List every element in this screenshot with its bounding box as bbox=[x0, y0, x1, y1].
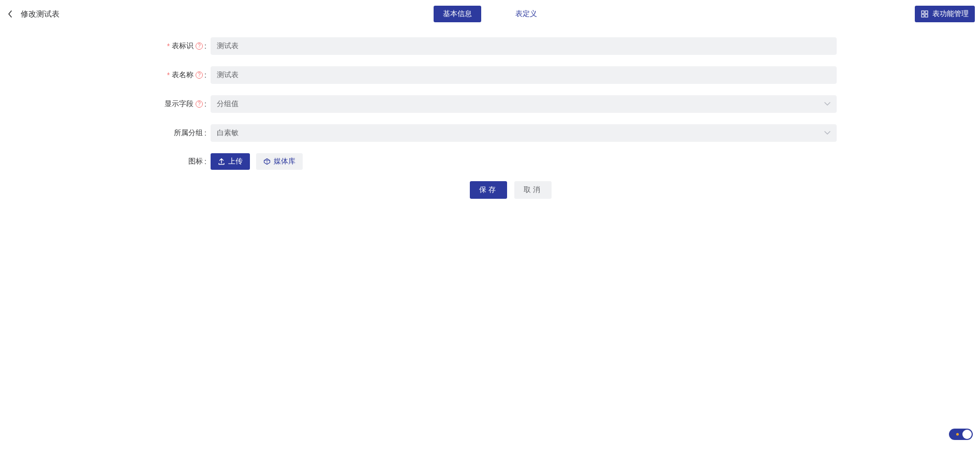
header-left: 修改测试表 bbox=[5, 9, 60, 19]
help-icon[interactable]: ? bbox=[196, 42, 203, 50]
floating-toggle[interactable] bbox=[949, 429, 973, 440]
label-icon: 图标 : bbox=[143, 157, 211, 166]
toggle-indicator-dot bbox=[956, 433, 959, 436]
header-tabs: 基本信息 表定义 bbox=[434, 6, 546, 22]
table-function-mgmt-button[interactable]: 表功能管理 bbox=[915, 6, 975, 22]
select-group-value: 白素敏 bbox=[217, 128, 239, 138]
media-library-button[interactable]: 媒体库 bbox=[256, 153, 303, 170]
row-table-name: * 表名称 ? : bbox=[143, 66, 837, 84]
svg-rect-2 bbox=[922, 14, 924, 17]
upload-button[interactable]: 上传 bbox=[211, 153, 250, 170]
row-display-field: 显示字段 ? : 分组值 bbox=[143, 95, 837, 113]
media-icon bbox=[263, 158, 271, 165]
input-table-name-wrap bbox=[211, 66, 837, 84]
input-table-id-wrap bbox=[211, 37, 837, 55]
svg-rect-3 bbox=[925, 14, 928, 17]
row-table-id: * 表标识 ? : bbox=[143, 37, 837, 55]
chevron-down-icon bbox=[824, 102, 830, 106]
grid-icon bbox=[921, 10, 928, 18]
label-table-id: * 表标识 ? : bbox=[143, 41, 211, 51]
icon-controls: 上传 媒体库 bbox=[211, 153, 837, 170]
help-icon[interactable]: ? bbox=[196, 100, 203, 108]
page-header: 修改测试表 基本信息 表定义 表功能管理 bbox=[0, 0, 980, 28]
required-mark: * bbox=[167, 71, 170, 79]
required-mark: * bbox=[167, 42, 170, 50]
save-button[interactable]: 保存 bbox=[470, 181, 507, 199]
back-icon[interactable] bbox=[5, 9, 16, 19]
row-group: 所属分组 : 白素敏 bbox=[143, 124, 837, 142]
select-display-field-value: 分组值 bbox=[217, 99, 239, 109]
floating-toggle-wrap bbox=[949, 429, 973, 442]
label-group: 所属分组 : bbox=[143, 128, 211, 138]
cancel-button[interactable]: 取消 bbox=[514, 181, 552, 199]
upload-icon bbox=[218, 158, 225, 165]
toggle-knob bbox=[962, 430, 972, 439]
table-function-mgmt-label: 表功能管理 bbox=[932, 9, 969, 19]
label-display-field: 显示字段 ? : bbox=[143, 99, 211, 109]
tab-basic-info[interactable]: 基本信息 bbox=[434, 6, 481, 22]
page-title: 修改测试表 bbox=[21, 9, 60, 19]
svg-rect-1 bbox=[925, 11, 928, 13]
label-table-name: * 表名称 ? : bbox=[143, 70, 211, 80]
chevron-down-icon bbox=[824, 131, 830, 135]
input-table-id[interactable] bbox=[217, 37, 830, 55]
input-table-name[interactable] bbox=[217, 66, 830, 84]
form-container: * 表标识 ? : * 表名称 ? : 显示字段 ? : 分组值 bbox=[128, 37, 852, 199]
media-library-button-label: 媒体库 bbox=[274, 157, 295, 166]
tab-table-definition[interactable]: 表定义 bbox=[506, 6, 546, 22]
svg-rect-0 bbox=[922, 11, 924, 13]
select-group[interactable]: 白素敏 bbox=[211, 124, 837, 142]
form-actions: 保存 取消 bbox=[143, 181, 837, 199]
row-icon: 图标 : 上传 bbox=[143, 153, 837, 170]
help-icon[interactable]: ? bbox=[196, 71, 203, 79]
upload-button-label: 上传 bbox=[228, 157, 243, 166]
select-display-field[interactable]: 分组值 bbox=[211, 95, 837, 113]
header-right: 表功能管理 bbox=[915, 6, 975, 22]
